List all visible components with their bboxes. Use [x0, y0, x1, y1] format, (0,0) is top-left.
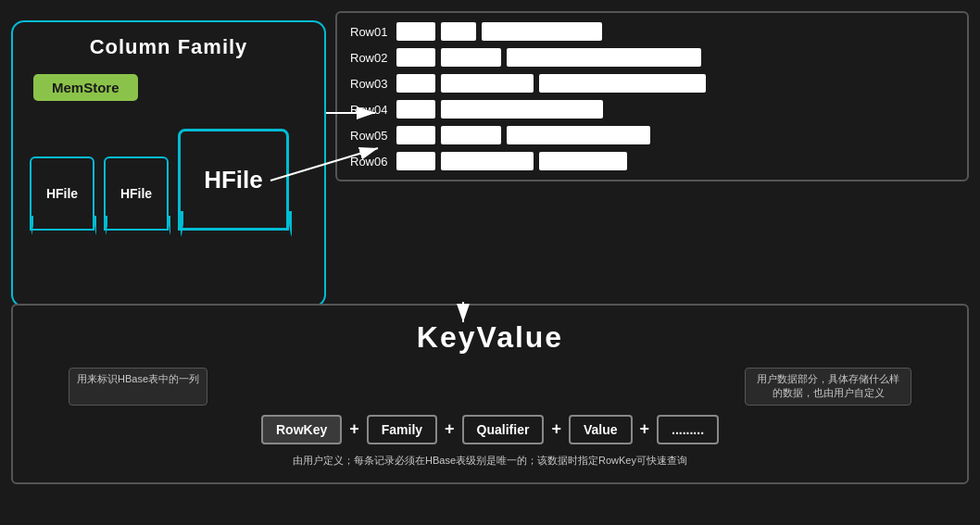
hfile-large: HFile — [178, 129, 289, 231]
row-cells — [396, 22, 954, 41]
cell — [507, 48, 701, 67]
row-label: Row05 — [350, 129, 389, 143]
row-label: Row02 — [350, 51, 389, 65]
kv-annotation-left: 用来标识HBase表中的一列 — [69, 368, 207, 406]
cell — [396, 152, 435, 170]
cell — [507, 126, 650, 144]
table-row: Row03 — [350, 74, 954, 93]
column-family-title: Column Family — [26, 35, 311, 59]
cell — [396, 74, 435, 93]
top-section: Column Family MemStore HFile HFile HFile… — [0, 0, 980, 296]
keyvalue-title: KeyValue — [31, 320, 949, 355]
kv-rowkey: RowKey — [261, 415, 342, 444]
kv-qualifier: Qualifier — [462, 415, 545, 444]
cell — [441, 126, 501, 144]
table-row: Row06 — [350, 152, 954, 170]
bottom-section: KeyValue 用来标识HBase表中的一列 用户数据部分，具体存储什么样的数… — [0, 304, 980, 495]
cell — [441, 22, 476, 41]
table-row: Row02 — [350, 48, 954, 67]
kv-plus-3: + — [551, 419, 561, 439]
cell — [539, 152, 627, 170]
kv-plus-2: + — [445, 419, 455, 439]
cell — [539, 74, 706, 93]
row-label: Row06 — [350, 155, 389, 169]
row-cells — [396, 152, 954, 170]
row-label: Row04 — [350, 103, 389, 117]
row-label: Row01 — [350, 25, 389, 39]
cell — [396, 48, 435, 67]
hfile-row: HFile HFile HFile — [26, 129, 311, 231]
cell — [396, 100, 435, 119]
table-row: Row05 — [350, 126, 954, 144]
cell — [441, 152, 534, 170]
kv-plus-1: + — [349, 419, 359, 439]
hfile-small-1: HFile — [30, 156, 94, 231]
kv-bottom-note: 由用户定义；每条记录必须在HBase表级别是唯一的；该数据时指定RowKey可快… — [31, 454, 949, 468]
table-row: Row04 — [350, 100, 954, 119]
kv-annotation-right: 用户数据部分，具体存储什么样的数据，也由用户自定义 — [745, 368, 911, 406]
row-cells — [396, 126, 954, 144]
memstore-label: MemStore — [33, 74, 138, 101]
kv-ellipsis: ......... — [657, 415, 719, 444]
cell — [396, 126, 435, 144]
cell — [441, 74, 534, 93]
hfile-small-2: HFile — [104, 156, 169, 231]
keyvalue-panel: KeyValue 用来标识HBase表中的一列 用户数据部分，具体存储什么样的数… — [11, 304, 969, 484]
diagram-container: Column Family MemStore HFile HFile HFile… — [0, 0, 980, 525]
cell — [441, 100, 603, 119]
row-cells — [396, 100, 954, 119]
table-row: Row01 — [350, 22, 954, 41]
row-label: Row03 — [350, 77, 389, 91]
kv-plus-4: + — [640, 419, 650, 439]
kv-value: Value — [569, 415, 633, 444]
kv-formula-row: RowKey + Family + Qualifier + Value + ..… — [31, 415, 949, 444]
rows-panel: Row01 Row02 Row03 — [335, 11, 969, 181]
cell — [482, 22, 602, 41]
row-cells — [396, 48, 954, 67]
cell — [441, 48, 501, 67]
row-cells — [396, 74, 954, 93]
kv-annotations: 用来标识HBase表中的一列 用户数据部分，具体存储什么样的数据，也由用户自定义 — [31, 368, 949, 406]
kv-family: Family — [367, 415, 437, 444]
cell — [396, 22, 435, 41]
column-family-panel: Column Family MemStore HFile HFile HFile — [11, 20, 326, 307]
